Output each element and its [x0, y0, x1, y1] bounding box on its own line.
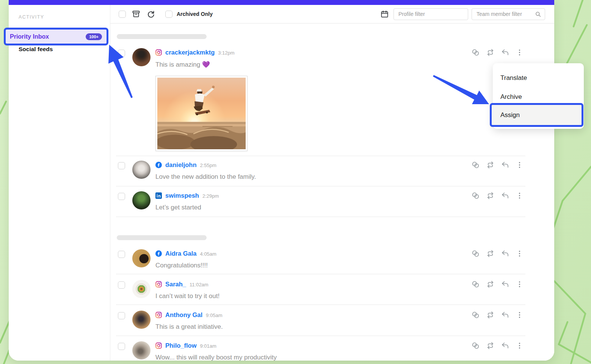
username-link[interactable]: Sarah_	[165, 281, 186, 288]
instagram-icon	[155, 281, 162, 287]
message-text: This is amazing 💜	[155, 61, 467, 69]
priority-inbox-count-badge: 100+	[86, 33, 102, 40]
username-link[interactable]: crackerjackmktg	[165, 49, 215, 56]
skeleton-group-header	[117, 34, 207, 39]
message-row: Sarah_ 11:02am I can’t wait to try it ou…	[118, 280, 524, 308]
row-checkbox[interactable]	[118, 50, 125, 57]
row-checkbox[interactable]	[118, 251, 125, 258]
reply-icon[interactable]	[501, 249, 509, 258]
message-time: 4:05am	[200, 250, 216, 257]
username-link[interactable]: Aidra Gala	[165, 250, 197, 257]
repost-icon[interactable]	[486, 191, 495, 200]
message-row: danieljohn 2:55pm Love the new addition …	[118, 161, 524, 189]
repost-icon[interactable]	[486, 341, 495, 350]
sidebar-item-priority-inbox[interactable]: Priority Inbox 100+	[4, 28, 108, 45]
select-all-checkbox[interactable]	[119, 11, 126, 18]
skater-silhouette	[194, 86, 215, 115]
priority-inbox-label: Priority Inbox	[10, 33, 49, 40]
skeleton-group-header	[117, 235, 207, 240]
conversation-icon[interactable]	[471, 311, 480, 319]
row-divider	[116, 156, 525, 156]
toolbar: Archived Only	[110, 5, 554, 23]
row-checkbox[interactable]	[118, 193, 125, 200]
instagram-icon	[155, 49, 162, 56]
sidebar: ACTIVITY Social feeds	[9, 5, 110, 361]
message-text: Let’s get started	[155, 204, 467, 211]
main-panel: Archived Only	[110, 5, 554, 361]
username-link[interactable]: Anthony Gal	[165, 311, 202, 319]
sidebar-item-social-feeds[interactable]: Social feeds	[19, 46, 53, 53]
archive-icon[interactable]	[132, 9, 141, 19]
conversation-icon[interactable]	[471, 161, 480, 169]
conversation-icon[interactable]	[471, 341, 480, 350]
message-time: 9:01am	[200, 342, 216, 349]
more-menu-icon[interactable]	[516, 311, 524, 319]
facebook-icon	[155, 162, 162, 168]
repost-icon[interactable]	[486, 161, 495, 169]
more-menu-icon[interactable]	[516, 192, 524, 200]
menu-item-translate[interactable]: Translate	[493, 69, 584, 87]
conversation-icon[interactable]	[471, 48, 480, 57]
row-checkbox[interactable]	[118, 312, 125, 319]
avatar	[132, 341, 150, 359]
archived-only-checkbox[interactable]	[165, 11, 172, 18]
repost-icon[interactable]	[486, 48, 495, 57]
instagram-icon	[155, 312, 162, 318]
row-checkbox[interactable]	[118, 343, 125, 350]
reply-icon[interactable]	[501, 161, 509, 169]
reply-icon[interactable]	[501, 48, 509, 57]
more-menu-icon[interactable]	[516, 342, 524, 350]
message-text: Wow... this will really boost my product…	[155, 354, 467, 361]
instagram-icon	[155, 342, 162, 349]
message-row: Aidra Gala 4:05am Congratulations!!!!	[118, 249, 524, 277]
conversation-icon[interactable]	[471, 249, 480, 258]
row-divider	[116, 305, 525, 305]
avatar	[132, 48, 150, 66]
message-text: I can’t wait to try it out!	[155, 292, 467, 300]
row-checkbox[interactable]	[118, 281, 125, 289]
username-link[interactable]: danieljohn	[165, 161, 197, 169]
repost-icon[interactable]	[486, 249, 495, 258]
message-time: 2:29pm	[202, 192, 219, 199]
avatar	[132, 161, 150, 179]
row-divider	[116, 274, 525, 274]
message-text: Congratulations!!!!	[155, 262, 467, 269]
reply-icon[interactable]	[501, 341, 509, 350]
team-member-filter-input[interactable]	[472, 8, 545, 20]
username-link[interactable]: Philo_flow	[165, 342, 197, 349]
calendar-icon[interactable]	[380, 10, 389, 19]
reply-icon[interactable]	[501, 191, 509, 200]
reply-icon[interactable]	[501, 311, 509, 319]
more-menu-icon[interactable]	[516, 280, 524, 288]
more-menu-icon[interactable]	[516, 161, 524, 169]
more-menu-icon[interactable]	[516, 250, 524, 258]
avatar	[132, 249, 150, 267]
top-accent-bar	[9, 0, 554, 5]
more-menu-icon[interactable]	[516, 48, 524, 56]
linkedin-icon	[155, 192, 162, 199]
row-checkbox[interactable]	[118, 162, 125, 169]
reply-icon[interactable]	[501, 280, 509, 289]
sidebar-section-activity: ACTIVITY	[19, 14, 44, 20]
refresh-icon[interactable]	[146, 9, 155, 19]
photo-attachment[interactable]	[155, 76, 248, 151]
avatar	[132, 311, 150, 329]
repost-icon[interactable]	[486, 280, 495, 289]
conversation-icon[interactable]	[471, 191, 480, 200]
message-time: 11:02am	[190, 281, 208, 287]
message-row: Anthony Gal 9:05am This is a great initi…	[118, 311, 524, 339]
profile-filter-input[interactable]	[393, 8, 468, 20]
repost-icon[interactable]	[486, 311, 495, 319]
message-text: Love the new addition to the family.	[155, 173, 467, 181]
username-link[interactable]: swimspesh	[165, 192, 199, 199]
row-divider	[116, 186, 525, 186]
message-text: This is a great initiative.	[155, 323, 467, 331]
menu-item-assign[interactable]: Assign	[490, 103, 583, 127]
facebook-icon	[155, 250, 162, 257]
message-time: 3:12pm	[218, 49, 234, 56]
avatar	[132, 191, 150, 209]
message-row: swimspesh 2:29pm Let’s get started	[118, 191, 524, 219]
message-row: Philo_flow 9:01am Wow... this will reall…	[118, 341, 524, 361]
row-divider	[116, 336, 525, 336]
conversation-icon[interactable]	[471, 280, 480, 289]
